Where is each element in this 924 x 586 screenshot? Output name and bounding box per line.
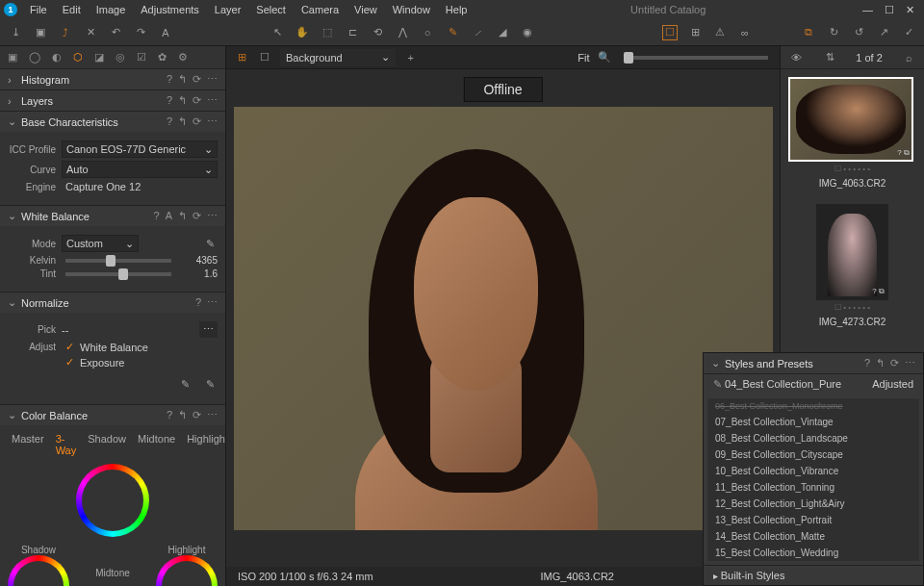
cb-tab-midtone[interactable]: Midtone: [138, 433, 175, 456]
tab-exposure-icon[interactable]: ◪: [94, 51, 104, 64]
grid-icon[interactable]: ⊞: [687, 25, 703, 40]
tab-capture-icon[interactable]: ◯: [29, 51, 40, 64]
picker1-icon[interactable]: ✎: [177, 376, 192, 392]
wb-checkbox[interactable]: White Balance: [80, 342, 148, 353]
radial-icon[interactable]: ◉: [520, 25, 535, 40]
eye-icon[interactable]: 👁: [788, 50, 804, 65]
exposure-checkbox[interactable]: Exposure: [80, 357, 124, 369]
highlight-wheel[interactable]: [156, 555, 218, 586]
base-char-header[interactable]: ⌄ Base Characteristics ?↰⟳⋯: [0, 112, 225, 132]
focus-mask-icon[interactable]: ∞: [737, 25, 753, 40]
menu-edit[interactable]: Edit: [56, 2, 88, 17]
gradient-icon[interactable]: ◢: [495, 25, 510, 40]
cb-tab-3way[interactable]: 3-Way: [56, 433, 77, 456]
mode-select[interactable]: Custom⌄: [62, 235, 139, 252]
reset-icon[interactable]: ↻: [826, 25, 841, 40]
kelvin-value: 4365: [181, 255, 218, 266]
arrow-up-icon[interactable]: ↗: [876, 25, 891, 40]
sort-icon[interactable]: ⇅: [822, 50, 837, 65]
menu-layer[interactable]: Layer: [208, 2, 248, 17]
spot-icon[interactable]: ○: [420, 25, 435, 40]
style-item[interactable]: 15_Best Collection_Wedding: [707, 545, 919, 561]
menu-window[interactable]: Window: [386, 2, 437, 17]
styles-list[interactable]: 06_Best Collection_Monochrome 07_Best Co…: [707, 398, 919, 561]
zoom-icon[interactable]: 🔍: [597, 50, 612, 65]
canvas[interactable]: Offline: [226, 69, 780, 567]
tint-slider[interactable]: [65, 272, 171, 276]
hand-icon[interactable]: ✋: [295, 25, 310, 40]
crop-icon[interactable]: ⊏: [345, 25, 360, 40]
wb-header[interactable]: ⌄ White Balance ?A↰⟳⋯: [0, 206, 225, 226]
exposure-warning-icon[interactable]: ☐: [662, 25, 678, 40]
eyedropper-icon[interactable]: ✎: [202, 236, 218, 251]
icc-profile-select[interactable]: Canon EOS-77D Generic⌄: [62, 140, 218, 158]
builtin-styles[interactable]: ▸ Built-in Styles: [704, 565, 923, 585]
single-view-icon[interactable]: ☐: [257, 50, 272, 65]
menu-view[interactable]: View: [347, 2, 384, 17]
grid-view-icon[interactable]: ⊞: [234, 50, 249, 65]
cb-tab-master[interactable]: Master: [12, 433, 44, 456]
text-icon[interactable]: A: [158, 25, 173, 40]
tab-lens2-icon[interactable]: ◎: [116, 51, 125, 64]
style-item[interactable]: 11_Best Collection_Tonning: [707, 479, 919, 496]
tab-meta-icon[interactable]: ⚙: [178, 51, 188, 64]
curve-select[interactable]: Auto⌄: [62, 161, 218, 178]
thumbnail-2[interactable]: ? ⧉ ☐ • • • • • • IMG_4273.CR2: [788, 204, 916, 327]
color-balance-header[interactable]: ⌄ Color Balance ?↰⟳⋯: [0, 405, 225, 425]
style-item[interactable]: 14_Best Collection_Matte: [707, 528, 919, 545]
export-icon[interactable]: ⤴: [58, 25, 73, 40]
menu-help[interactable]: Help: [439, 2, 475, 17]
style-item[interactable]: 08_Best Collection_Landscape: [707, 430, 919, 446]
undo-icon[interactable]: ↶: [108, 25, 123, 40]
thumbnail-1[interactable]: ? ⧉ ☐ • • • • • • IMG_4063.CR2: [788, 77, 916, 189]
layer-select[interactable]: Background⌄: [280, 49, 396, 66]
pick-button[interactable]: ⋯: [199, 321, 218, 338]
tab-local-icon[interactable]: ✿: [158, 51, 167, 64]
camera-icon[interactable]: ▣: [33, 25, 48, 40]
menu-camera[interactable]: Camera: [295, 2, 346, 17]
search-icon[interactable]: ⌕: [901, 50, 916, 65]
keystone-icon[interactable]: ⋀: [395, 25, 410, 40]
shape-icon[interactable]: ⬚: [320, 25, 335, 40]
rotate-cw-icon[interactable]: ↺: [851, 25, 866, 40]
tab-lens-icon[interactable]: ◐: [52, 51, 62, 64]
shadow-wheel[interactable]: [8, 555, 69, 586]
zoom-slider[interactable]: [624, 56, 768, 60]
histogram-header[interactable]: › Histogram ?↰⟳⋯: [0, 69, 225, 89]
cb-tab-highlight[interactable]: Highlight: [187, 433, 226, 456]
tab-color-icon[interactable]: ⬡: [73, 51, 83, 64]
normalize-header[interactable]: ⌄ Normalize ?⋯: [0, 293, 225, 313]
minimize-button[interactable]: —: [862, 4, 873, 16]
cb-tab-shadow[interactable]: Shadow: [88, 433, 126, 456]
tab-detail-icon[interactable]: ☑: [137, 51, 146, 64]
warning-icon[interactable]: ⚠: [712, 25, 728, 40]
kelvin-slider[interactable]: [65, 259, 171, 263]
eraser-icon[interactable]: ⟋: [470, 25, 485, 40]
menu-adjustments[interactable]: Adjustments: [134, 2, 206, 17]
brush-icon[interactable]: ✎: [445, 25, 460, 40]
menu-file[interactable]: File: [23, 2, 54, 17]
redo-icon[interactable]: ↷: [133, 25, 148, 40]
menu-image[interactable]: Image: [90, 2, 133, 17]
style-item[interactable]: 10_Best Collection_Vibrance: [707, 463, 919, 479]
import-icon[interactable]: ⤓: [8, 25, 23, 40]
close-icon[interactable]: ✕: [83, 25, 98, 40]
midtone-wheel-label: Midtone: [95, 568, 130, 578]
style-item[interactable]: 07_Best Collection_Vintage: [707, 414, 919, 430]
copy-icon[interactable]: ⧉: [801, 25, 816, 40]
cursor-icon[interactable]: ↖: [270, 25, 285, 40]
add-layer-icon[interactable]: +: [403, 50, 419, 65]
maximize-button[interactable]: ☐: [885, 4, 894, 16]
tab-library-icon[interactable]: ▣: [8, 51, 17, 64]
rotate-icon[interactable]: ⟲: [370, 25, 385, 40]
menu-select[interactable]: Select: [249, 2, 293, 17]
close-button[interactable]: ✕: [906, 4, 914, 16]
style-item[interactable]: 12_Best Collection_Light&Airy: [707, 496, 919, 512]
picker2-icon[interactable]: ✎: [202, 376, 218, 392]
check-icon[interactable]: ✓: [901, 25, 916, 40]
midtone-wheel[interactable]: [76, 464, 149, 537]
style-item[interactable]: 09_Best Collection_Cityscape: [707, 446, 919, 463]
layers-header[interactable]: › Layers ?↰⟳⋯: [0, 90, 225, 111]
style-item[interactable]: 06_Best Collection_Monochrome: [707, 398, 919, 414]
style-item[interactable]: 13_Best Collection_Portrait: [707, 512, 919, 528]
